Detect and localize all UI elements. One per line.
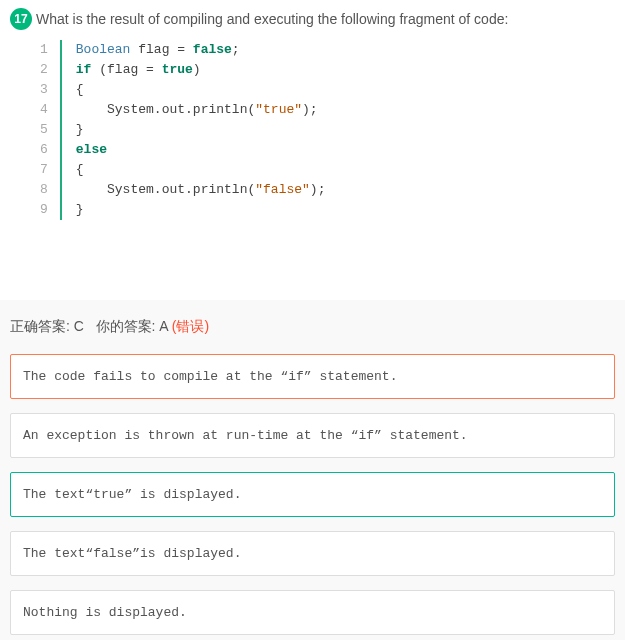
code-lines: Boolean flag = false;if (flag = true){ S… <box>62 40 326 220</box>
code-line: Boolean flag = false; <box>76 40 326 60</box>
your-answer-value: A <box>159 318 168 334</box>
code-line: if (flag = true) <box>76 60 326 80</box>
answer-option[interactable]: The code fails to compile at the “if” st… <box>10 354 615 399</box>
correct-answer-value: C <box>74 318 84 334</box>
correct-answer-label: 正确答案: <box>10 318 70 334</box>
answer-option[interactable]: An exception is thrown at run-time at th… <box>10 413 615 458</box>
code-line: } <box>76 200 326 220</box>
line-number: 8 <box>40 180 48 200</box>
answer-summary: 正确答案: C 你的答案: A (错误) <box>10 318 615 336</box>
code-line: { <box>76 80 326 100</box>
line-number: 1 <box>40 40 48 60</box>
question-section: 17 What is the result of compiling and e… <box>0 0 625 240</box>
question-header: 17 What is the result of compiling and e… <box>10 8 615 30</box>
line-number: 9 <box>40 200 48 220</box>
code-line: { <box>76 160 326 180</box>
answer-option[interactable]: The text“false”is displayed. <box>10 531 615 576</box>
your-answer-label: 你的答案: <box>96 318 156 334</box>
question-number-badge: 17 <box>10 8 32 30</box>
code-line: } <box>76 120 326 140</box>
code-line: else <box>76 140 326 160</box>
answer-option[interactable]: The text“true” is displayed. <box>10 472 615 517</box>
line-number: 2 <box>40 60 48 80</box>
line-number: 6 <box>40 140 48 160</box>
options-list: The code fails to compile at the “if” st… <box>10 354 615 635</box>
line-number: 7 <box>40 160 48 180</box>
code-line-numbers: 123456789 <box>40 40 62 220</box>
answer-option[interactable]: Nothing is displayed. <box>10 590 615 635</box>
line-number: 5 <box>40 120 48 140</box>
code-block: 123456789 Boolean flag = false;if (flag … <box>40 40 615 220</box>
line-number: 3 <box>40 80 48 100</box>
line-number: 4 <box>40 100 48 120</box>
code-line: System.out.println("true"); <box>76 100 326 120</box>
answer-section: 正确答案: C 你的答案: A (错误) The code fails to c… <box>0 300 625 640</box>
wrong-tag: (错误) <box>172 318 209 334</box>
code-line: System.out.println("false"); <box>76 180 326 200</box>
question-text: What is the result of compiling and exec… <box>36 8 508 30</box>
